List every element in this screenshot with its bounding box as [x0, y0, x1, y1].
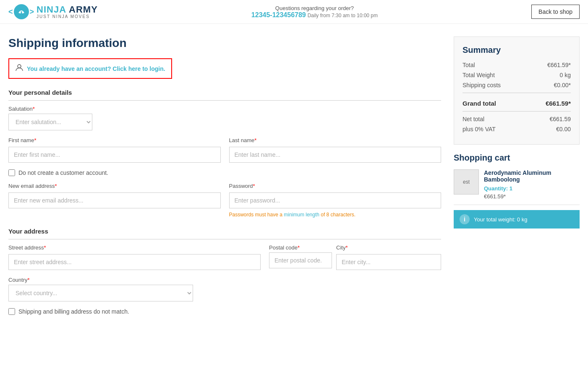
- main-container: Shipping information You already have an…: [0, 24, 588, 342]
- country-group: Country* Select country... Germany Austr…: [8, 277, 441, 301]
- logo-tagline: JUST NINJA MOVES: [37, 14, 98, 19]
- no-account-label: Do not create a customer account.: [18, 169, 108, 176]
- first-name-group: First name*: [8, 137, 221, 163]
- logo-ninja-text: NINJA: [37, 5, 66, 14]
- contact-title: Questions regarding your order?: [251, 5, 378, 11]
- header: < > NINJA ARMY JUST NINJA MOVES Question…: [0, 0, 588, 24]
- email-label: New email address*: [8, 183, 221, 189]
- salutation-select[interactable]: Enter salutation... Mr. Ms. Mrs. Dr.: [8, 114, 92, 130]
- personal-details-section: Your personal details Salutation* Enter …: [8, 89, 441, 218]
- cart-title: Shopping cart: [454, 153, 580, 163]
- chevron-left-icon: <: [8, 8, 13, 16]
- first-name-label: First name*: [8, 137, 221, 143]
- info-icon: i: [460, 214, 470, 224]
- summary-shipping-value: €0.00*: [554, 82, 571, 88]
- summary-grand-total-row: Grand total €661.59*: [463, 97, 571, 107]
- summary-title: Summary: [463, 45, 571, 55]
- user-icon: [15, 63, 24, 74]
- address-row: Street address* Postal code*: [8, 244, 441, 270]
- right-panel: Summary Total €661.59* Total Weight 0 kg…: [454, 36, 580, 325]
- cart-item-quantity: Quantity: 1: [484, 185, 580, 192]
- summary-divider-2: [463, 111, 571, 112]
- vat-value: €0.00: [556, 126, 571, 132]
- contact-phone: 12345-123456789: [251, 11, 306, 18]
- cart-item-details: Aerodynamic Aluminum Bamboolong Quantity…: [484, 169, 580, 200]
- last-name-input[interactable]: [229, 147, 442, 163]
- no-account-checkbox[interactable]: [8, 169, 15, 176]
- cart-item-name: Aerodynamic Aluminum Bamboolong: [484, 169, 580, 183]
- cart-item: est Aerodynamic Aluminum Bamboolong Quan…: [454, 169, 580, 205]
- contact-hours: Daily from 7:30 am to 10:00 pm: [308, 13, 378, 18]
- city-group: City*: [336, 244, 441, 270]
- svg-point-0: [17, 8, 26, 16]
- name-row: First name* Last name*: [8, 137, 441, 163]
- summary-total-label: Total: [463, 62, 475, 68]
- password-group: Password* Passwords must have a minimum …: [229, 183, 442, 218]
- page-title: Shipping information: [8, 36, 441, 50]
- svg-point-1: [19, 12, 21, 13]
- weight-notice-text: Your total weight: 0 kg: [474, 216, 527, 223]
- postal-input[interactable]: [269, 252, 332, 268]
- salutation-group: Salutation* Enter salutation... Mr. Ms. …: [8, 106, 441, 130]
- logo-text: NINJA ARMY JUST NINJA MOVES: [37, 5, 98, 19]
- postal-label: Postal code*: [269, 244, 332, 251]
- cart-item-thumbnail: est: [454, 169, 479, 195]
- postal-group: Postal code*: [269, 244, 332, 270]
- weight-notice: i Your total weight: 0 kg: [454, 210, 580, 229]
- summary-shipping-row: Shipping costs €0.00*: [463, 82, 571, 88]
- summary-total-row: Total €661.59*: [463, 62, 571, 68]
- first-name-input[interactable]: [8, 147, 221, 163]
- vat-label: plus 0% VAT: [463, 126, 496, 132]
- summary-weight-label: Total Weight: [463, 72, 495, 78]
- billing-mismatch-label: Shipping and billing address do not matc…: [18, 308, 129, 315]
- postal-city-container: Postal code* City*: [269, 244, 441, 270]
- cart-item-price: €661.59*: [484, 193, 580, 200]
- email-password-row: New email address* Password* Passwords m…: [8, 183, 441, 218]
- street-group: Street address*: [8, 244, 261, 270]
- login-notice[interactable]: You already have an account? Click here …: [8, 58, 172, 79]
- grand-total-value: €661.59*: [546, 100, 571, 107]
- street-input[interactable]: [8, 254, 261, 270]
- password-input[interactable]: [229, 192, 442, 208]
- country-select[interactable]: Select country... Germany Austria Switze…: [8, 285, 193, 301]
- chevron-right-icon: >: [30, 8, 34, 16]
- address-section: Your address Street address* Postal code…: [8, 228, 441, 315]
- personal-details-title: Your personal details: [8, 89, 441, 101]
- summary-weight-value: 0 kg: [560, 72, 571, 78]
- grand-total-label: Grand total: [463, 100, 496, 107]
- email-input[interactable]: [8, 192, 221, 208]
- summary-total-value: €661.59*: [547, 62, 571, 68]
- address-title: Your address: [8, 228, 441, 239]
- net-total-label: Net total: [463, 116, 484, 122]
- email-group: New email address*: [8, 183, 221, 218]
- salutation-label: Salutation*: [8, 106, 441, 112]
- billing-mismatch-checkbox[interactable]: [8, 308, 15, 315]
- summary-card: Summary Total €661.59* Total Weight 0 kg…: [454, 36, 580, 145]
- header-contact: Questions regarding your order? 12345-12…: [251, 5, 378, 19]
- summary-vat-row: plus 0% VAT €0.00: [463, 126, 571, 132]
- country-label: Country*: [8, 277, 441, 283]
- billing-mismatch-row: Shipping and billing address do not matc…: [8, 308, 441, 315]
- summary-net-row: Net total €661.59: [463, 116, 571, 122]
- shopping-cart: Shopping cart est Aerodynamic Aluminum B…: [454, 153, 580, 229]
- city-input[interactable]: [336, 254, 441, 270]
- password-hint: Passwords must have a minimum length of …: [229, 212, 442, 218]
- logo-icon: < >: [8, 4, 34, 19]
- summary-weight-row: Total Weight 0 kg: [463, 72, 571, 78]
- street-label: Street address*: [8, 244, 261, 251]
- password-label: Password*: [229, 183, 442, 189]
- no-account-row: Do not create a customer account.: [8, 169, 441, 176]
- summary-divider: [463, 93, 571, 93]
- logo-area: < > NINJA ARMY JUST NINJA MOVES: [8, 4, 98, 19]
- svg-point-2: [22, 12, 24, 13]
- summary-shipping-label: Shipping costs: [463, 82, 501, 88]
- left-panel: Shipping information You already have an…: [8, 36, 441, 325]
- last-name-label: Last name*: [229, 137, 442, 143]
- logo-army-text: ARMY: [69, 5, 98, 14]
- last-name-group: Last name*: [229, 137, 442, 163]
- net-total-value: €661.59: [549, 116, 571, 122]
- ninja-logo-circle: [14, 4, 29, 19]
- svg-point-3: [18, 65, 21, 68]
- back-to-shop-button[interactable]: Back to shop: [531, 5, 580, 19]
- login-notice-text: You already have an account? Click here …: [27, 65, 165, 72]
